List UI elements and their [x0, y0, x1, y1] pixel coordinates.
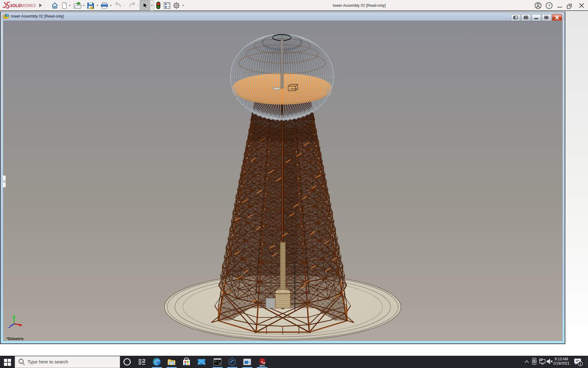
svg-text:SOLIDWORKS: SOLIDWORKS [10, 3, 36, 8]
svg-text:!: ! [92, 7, 93, 9]
svg-text:1: 1 [579, 362, 581, 366]
svg-text:2021: 2021 [259, 364, 265, 367]
svg-text:C:\_: C:\_ [215, 360, 221, 363]
svg-text:?: ? [548, 3, 550, 8]
svg-text:x: x [23, 321, 24, 324]
svg-text:*Dimetric: *Dimetric [6, 336, 24, 341]
